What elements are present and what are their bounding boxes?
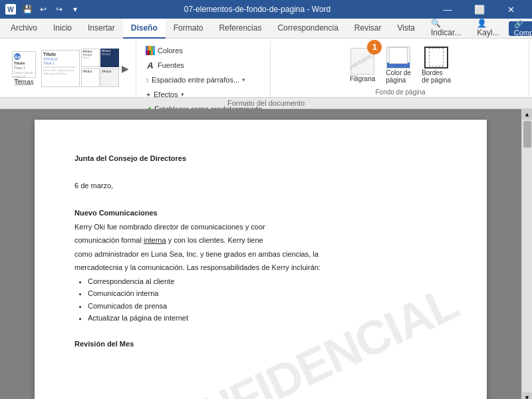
tab-insertar[interactable]: Insertar xyxy=(80,19,123,39)
save-button[interactable]: 💾 xyxy=(20,2,35,17)
redo-button[interactable]: ↪ xyxy=(52,2,66,17)
tab-vista[interactable]: Vista xyxy=(390,19,423,39)
heading-comunicaciones: Nuevo Comunicaciones xyxy=(74,207,447,219)
para-2: comunicación formal interna y con los cl… xyxy=(74,235,447,246)
temas-button[interactable]: Aa Título Título 1 Lorem ipsum dolor sit… xyxy=(8,49,40,88)
scroll-up-button[interactable]: ▲ xyxy=(522,109,533,120)
heading-junta: Junta del Consejo de Directores xyxy=(74,153,447,164)
document-body: Junta del Consejo de Directores 6 de mar… xyxy=(74,153,447,350)
tab-correspondencia[interactable]: Correspondencia xyxy=(269,19,346,39)
date-text: 6 de marzo, xyxy=(74,180,447,192)
ribbon-tab-bar: Archivo Inicio Insertar Diseño Formato R… xyxy=(0,19,532,39)
espaciado-button[interactable]: ↕ Espaciado entre párrafos... ▾ xyxy=(143,73,265,86)
document-page: NFIDENCIAL Junta del Consejo de Director… xyxy=(35,120,487,399)
temas-buttons: Aa Título Título 1 Lorem ipsum dolor sit… xyxy=(8,41,130,96)
document-container: NFIDENCIAL Junta del Consejo de Director… xyxy=(0,109,532,399)
close-button[interactable]: ✕ xyxy=(496,0,527,19)
word-icon: W xyxy=(5,4,16,15)
tab-diseno[interactable]: Diseño xyxy=(123,19,166,39)
scroll-track[interactable] xyxy=(522,120,533,392)
window-title: 07-elementos-de-fondo-de-pagina - Word xyxy=(184,5,331,14)
title-bar: W 💾 ↩ ↪ ▾ 07-elementos-de-fondo-de-pagin… xyxy=(0,0,532,19)
space-1 xyxy=(74,167,447,178)
theme-scroll-right[interactable]: ▶ xyxy=(120,63,130,74)
minimize-button[interactable]: — xyxy=(432,0,463,19)
para-3: como administrador en Luna Sea, Inc. y t… xyxy=(74,249,447,260)
para-1: Kerry Oki fue nombrado director de comun… xyxy=(74,221,447,233)
para-4: mercadotecnia y la comunicación. Las res… xyxy=(74,262,447,273)
bordes-pagina-button[interactable]: Bordesde página xyxy=(418,45,455,85)
window-controls: — ⬜ ✕ xyxy=(432,0,527,19)
space-2 xyxy=(74,194,447,205)
ribbon-content: Aa Título Título 1 Lorem ipsum dolor sit… xyxy=(0,39,532,97)
fondo-label: Fondo de página xyxy=(375,88,425,97)
ribbon-group-temas: Aa Título Título 1 Lorem ipsum dolor sit… xyxy=(3,41,136,97)
bullet-4: Actualizar la página de internet xyxy=(88,313,447,324)
doc-format-label: Formato del documento xyxy=(0,98,532,109)
ribbon-group-formato-doc: Colores A Fuentes ↕ Espaciado entre párr… xyxy=(138,41,271,97)
colores-button[interactable]: Colores xyxy=(143,44,265,57)
fuentes-button[interactable]: A Fuentes xyxy=(143,59,265,72)
heading-revision: Revisión del Mes xyxy=(74,338,447,350)
space-3 xyxy=(74,325,447,336)
title-bar-left: W 💾 ↩ ↪ ▾ xyxy=(5,2,82,17)
quick-access-toolbar: 💾 ↩ ↪ ▾ xyxy=(20,2,82,17)
bullet-1: Correspondencia al cliente xyxy=(88,276,447,287)
scroll-down-button[interactable]: ▼ xyxy=(522,392,533,399)
ribbon-group-fondo: CONFIDENCIAL Filigrana 1 Color depágina xyxy=(272,41,529,97)
tab-kayl[interactable]: 👤 Kayl... xyxy=(469,19,507,39)
tab-archivo[interactable]: Archivo xyxy=(3,19,45,39)
tab-revisar[interactable]: Revisar xyxy=(346,19,390,39)
tab-compartir[interactable]: 🔗 Compartir xyxy=(509,21,532,36)
vertical-scrollbar: ▲ ▼ xyxy=(521,109,532,399)
tab-indicar[interactable]: 🔍 Indicar... xyxy=(423,19,469,39)
responsibilities-list: Correspondencia al cliente Comunicación … xyxy=(88,276,447,324)
color-pagina-button[interactable]: Color depágina xyxy=(382,45,415,85)
undo-button[interactable]: ↩ xyxy=(36,2,51,17)
tab-inicio[interactable]: Inicio xyxy=(45,19,80,39)
tab-referencias[interactable]: Referencias xyxy=(211,19,269,39)
scroll-thumb[interactable] xyxy=(523,121,531,148)
qat-more-button[interactable]: ▾ xyxy=(68,2,82,17)
document-main[interactable]: NFIDENCIAL Junta del Consejo de Director… xyxy=(0,109,521,399)
tab-formato[interactable]: Formato xyxy=(166,19,211,39)
ribbon: Archivo Inicio Insertar Diseño Formato R… xyxy=(0,19,532,98)
restore-button[interactable]: ⬜ xyxy=(464,0,495,19)
filigrana-button[interactable]: CONFIDENCIAL Filigrana 1 xyxy=(346,45,379,85)
bullet-2: Comunicación interna xyxy=(88,288,447,299)
badge-1: 1 xyxy=(367,40,382,55)
bullet-3: Comunicados de prensa xyxy=(88,301,447,312)
